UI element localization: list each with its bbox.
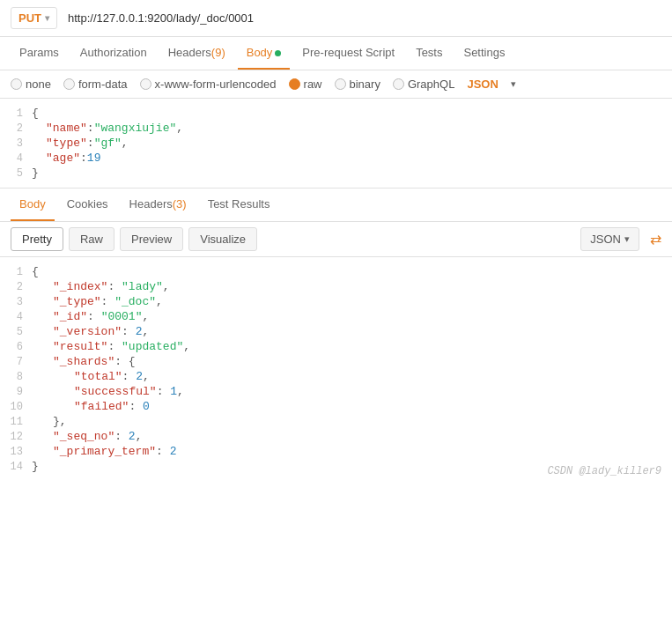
resp-tab-cookies[interactable]: Cookies bbox=[58, 188, 117, 221]
response-format-label: JSON bbox=[590, 233, 621, 246]
radio-raw bbox=[289, 78, 300, 90]
resp-linenum-14: 14 bbox=[0, 461, 32, 473]
watermark: CSDN @lady_killer9 bbox=[547, 465, 661, 477]
req-linenum-3: 3 bbox=[0, 137, 32, 150]
resp-code-13: "_primary_term": 2 bbox=[32, 445, 176, 458]
req-linenum-4: 4 bbox=[0, 152, 32, 165]
resp-code-1: { bbox=[32, 265, 39, 278]
resp-linenum-11: 11 bbox=[0, 416, 32, 428]
resp-linenum-8: 8 bbox=[0, 371, 32, 383]
json-format-arrow[interactable]: ▾ bbox=[511, 78, 516, 90]
resp-code-5: "_version": 2, bbox=[32, 325, 149, 338]
req-val-age: 19 bbox=[87, 152, 101, 165]
resp-code-6: "result": "updated", bbox=[32, 340, 190, 353]
resp-code-8: "total": 2, bbox=[32, 370, 150, 383]
body-type-none-label: none bbox=[26, 78, 51, 91]
req-key-name: "name" bbox=[46, 122, 87, 135]
resp-line-3: 3 "_type": "_doc", bbox=[0, 294, 672, 309]
resp-line-9: 9 "successful": 1, bbox=[0, 384, 672, 399]
response-format-select[interactable]: JSON ▾ bbox=[580, 227, 639, 251]
req-linenum-5: 5 bbox=[0, 167, 32, 180]
body-type-urlencoded-label: x-www-form-urlencoded bbox=[155, 78, 277, 91]
view-pretty[interactable]: Pretty bbox=[11, 227, 63, 251]
body-type-raw[interactable]: raw bbox=[289, 78, 322, 91]
url-bar: PUT ▾ bbox=[0, 0, 672, 37]
tab-tests[interactable]: Tests bbox=[407, 37, 451, 70]
resp-code-11: }, bbox=[32, 415, 67, 428]
resp-linenum-2: 2 bbox=[0, 281, 32, 293]
radio-none bbox=[11, 78, 22, 90]
resp-tab-testresults[interactable]: Test Results bbox=[199, 188, 279, 221]
tab-settings[interactable]: Settings bbox=[454, 37, 513, 70]
req-code-3: "type":"gf", bbox=[32, 137, 129, 150]
method-label: PUT bbox=[18, 11, 41, 25]
method-chevron: ▾ bbox=[45, 13, 49, 23]
resp-linenum-7: 7 bbox=[0, 356, 32, 368]
tab-body-dot bbox=[275, 50, 281, 56]
resp-tab-headers[interactable]: Headers(3) bbox=[121, 188, 196, 221]
body-type-raw-label: raw bbox=[304, 78, 322, 91]
req-line-1: 1 { bbox=[0, 106, 672, 121]
tab-headers[interactable]: Headers(9) bbox=[159, 37, 234, 70]
url-input[interactable] bbox=[64, 8, 661, 28]
resp-line-1: 1 { bbox=[0, 264, 672, 279]
req-linenum-2: 2 bbox=[0, 122, 32, 135]
tab-body-label: Body bbox=[247, 46, 273, 59]
view-visualize[interactable]: Visualize bbox=[188, 227, 257, 251]
resp-line-12: 12 "_seq_no": 2, bbox=[0, 429, 672, 444]
body-type-form-data[interactable]: form-data bbox=[63, 78, 128, 91]
view-preview[interactable]: Preview bbox=[120, 227, 183, 251]
radio-urlencoded bbox=[140, 78, 151, 90]
tab-body[interactable]: Body bbox=[238, 37, 291, 70]
resp-code-14: } bbox=[32, 460, 39, 473]
json-format-label[interactable]: JSON bbox=[467, 78, 498, 91]
resp-linenum-4: 4 bbox=[0, 311, 32, 323]
req-line-4: 4 "age":19 bbox=[0, 151, 672, 166]
response-body: 1 { 2 "_index": "lady", 3 "_type": "_doc… bbox=[0, 257, 672, 481]
response-tabs: Body Cookies Headers(3) Test Results bbox=[0, 188, 672, 222]
req-code-5: } bbox=[32, 166, 39, 180]
tab-authorization[interactable]: Authorization bbox=[71, 37, 156, 70]
resp-tab-headers-badge: (3) bbox=[173, 197, 187, 211]
body-type-binary[interactable]: binary bbox=[335, 78, 380, 91]
view-raw[interactable]: Raw bbox=[69, 227, 114, 251]
resp-code-12: "_seq_no": 2, bbox=[32, 430, 142, 443]
resp-tab-body[interactable]: Body bbox=[11, 188, 55, 221]
req-val-type: "gf" bbox=[94, 137, 122, 150]
resp-linenum-6: 6 bbox=[0, 341, 32, 353]
wrap-icon[interactable]: ⇄ bbox=[650, 231, 661, 248]
body-type-none[interactable]: none bbox=[11, 78, 51, 91]
body-type-graphql[interactable]: GraphQL bbox=[393, 78, 454, 91]
resp-tab-headers-label: Headers bbox=[129, 197, 173, 211]
req-key-age: "age" bbox=[46, 152, 80, 165]
resp-code-3: "_type": "_doc", bbox=[32, 295, 163, 308]
resp-code-2: "_index": "lady", bbox=[32, 280, 170, 293]
resp-line-10: 10 "failed": 0 bbox=[0, 399, 672, 414]
resp-line-5: 5 "_version": 2, bbox=[0, 324, 672, 339]
resp-linenum-5: 5 bbox=[0, 326, 32, 338]
radio-graphql bbox=[393, 78, 404, 90]
resp-linenum-3: 3 bbox=[0, 296, 32, 308]
body-type-graphql-label: GraphQL bbox=[408, 78, 454, 91]
response-format-arrow: ▾ bbox=[624, 233, 630, 245]
tab-prerequest[interactable]: Pre-request Script bbox=[293, 37, 403, 70]
method-select[interactable]: PUT ▾ bbox=[11, 7, 57, 29]
radio-binary bbox=[335, 78, 346, 90]
req-line-2: 2 "name":"wangxiujie", bbox=[0, 121, 672, 136]
resp-code-9: "successful": 1, bbox=[32, 385, 184, 398]
resp-linenum-1: 1 bbox=[0, 266, 32, 278]
resp-linenum-10: 10 bbox=[0, 401, 32, 413]
tab-params[interactable]: Params bbox=[11, 37, 68, 70]
resp-line-2: 2 "_index": "lady", bbox=[0, 279, 672, 294]
tab-headers-badge: (9) bbox=[211, 46, 225, 59]
req-line-3: 3 "type":"gf", bbox=[0, 136, 672, 151]
req-code-4: "age":19 bbox=[32, 152, 100, 165]
tab-headers-label: Headers bbox=[168, 46, 211, 59]
req-linenum-1: 1 bbox=[0, 107, 32, 120]
resp-code-4: "_id": "0001", bbox=[32, 310, 149, 323]
request-tabs: Params Authorization Headers(9) Body Pre… bbox=[0, 37, 672, 70]
radio-form-data bbox=[63, 78, 75, 90]
req-code-2: "name":"wangxiujie", bbox=[32, 122, 183, 135]
body-type-urlencoded[interactable]: x-www-form-urlencoded bbox=[140, 78, 277, 91]
req-val-name: "wangxiujie" bbox=[94, 122, 177, 135]
